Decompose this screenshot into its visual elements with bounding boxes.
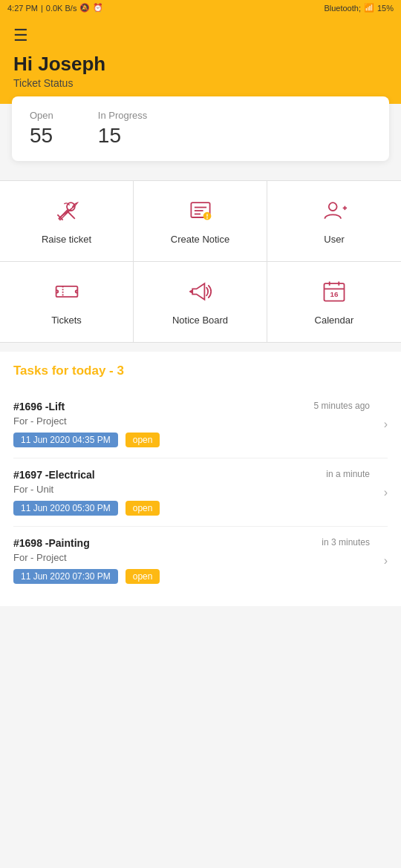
notice-icon	[187, 197, 214, 228]
tasks-count: 3	[117, 364, 124, 378]
calendar-label: Calendar	[315, 315, 354, 326]
bluetooth-icon: Bluetooth;	[324, 4, 361, 13]
task-status-badge-2: open	[125, 569, 160, 584]
svg-point-11	[329, 203, 337, 211]
status-bar: 4:27 PM | 0.0K B/s 🔕 ⏰ Bluetooth; 📶 15%	[0, 0, 401, 16]
task-time-1: in a minute	[326, 469, 370, 479]
task-item[interactable]: #1696 -Lift 5 minutes ago For - Project …	[13, 390, 388, 458]
task-date-badge-0: 11 Jun 2020 04:35 PM	[13, 433, 118, 447]
header: ☰ Hi Joseph Ticket Status	[0, 16, 401, 104]
open-label: Open	[30, 110, 53, 121]
task-status-badge-1: open	[125, 501, 160, 516]
task-meta-2: 11 Jun 2020 07:30 PM open	[13, 569, 388, 584]
tasks-header-text: Tasks for today -	[13, 364, 117, 378]
grid-item-calendar[interactable]: 16 Calendar	[267, 262, 401, 342]
task-time-0: 5 minutes ago	[314, 401, 370, 411]
grid-item-create-notice[interactable]: Create Notice	[134, 181, 267, 262]
inprogress-value: 15	[98, 124, 147, 148]
alarm-icon: ⏰	[93, 3, 103, 13]
inprogress-stat: In Progress 15	[98, 110, 147, 148]
task-meta-0: 11 Jun 2020 04:35 PM open	[13, 433, 388, 447]
tasks-header: Tasks for today - 3	[13, 364, 388, 378]
task-list: #1696 -Lift 5 minutes ago For - Project …	[13, 390, 388, 594]
task-id-0: #1696 -Lift	[13, 401, 65, 412]
task-for-1: For - Unit	[13, 484, 388, 495]
open-stat: Open 55	[30, 110, 53, 148]
task-row-1: #1697 -Electrical in a minute	[13, 469, 388, 481]
tickets-label: Tickets	[51, 315, 82, 326]
task-item[interactable]: #1698 -Painting in 3 minutes For - Proje…	[13, 527, 388, 594]
mute-icon: 🔕	[79, 3, 90, 13]
battery-display: 15%	[377, 4, 394, 13]
grid-item-notice-board[interactable]: Notice Board	[134, 262, 267, 342]
task-meta-1: 11 Jun 2020 05:30 PM open	[13, 501, 388, 516]
task-for-0: For - Project	[13, 415, 388, 427]
create-notice-label: Create Notice	[171, 234, 229, 245]
calendar-icon: 16	[321, 278, 348, 309]
svg-point-10	[206, 217, 208, 219]
grid-item-raise-ticket[interactable]: Raise ticket	[0, 181, 134, 262]
task-item[interactable]: #1697 -Electrical in a minute For - Unit…	[13, 458, 388, 527]
megaphone-icon	[187, 278, 214, 309]
user-add-icon	[321, 197, 348, 228]
time-display: 4:27 PM	[7, 4, 38, 13]
raise-ticket-label: Raise ticket	[42, 234, 91, 245]
task-row-0: #1696 -Lift 5 minutes ago	[13, 401, 388, 412]
network-display: 0.0K B/s	[46, 4, 77, 13]
ticket-status-card: Open 55 In Progress 15	[12, 96, 389, 161]
chevron-right-icon-0: ›	[384, 418, 388, 431]
task-for-2: For - Project	[13, 552, 388, 563]
greeting-text: Hi Joseph	[13, 53, 388, 76]
notice-board-label: Notice Board	[172, 315, 228, 326]
svg-rect-14	[56, 286, 77, 297]
task-date-badge-2: 11 Jun 2020 07:30 PM	[13, 569, 118, 584]
svg-text:16: 16	[330, 290, 339, 298]
grid-menu: Raise ticket Create Notice	[0, 180, 401, 343]
status-right: Bluetooth; 📶 15%	[324, 3, 394, 13]
task-time-2: in 3 minutes	[322, 537, 370, 548]
chevron-right-icon-2: ›	[384, 554, 388, 568]
task-date-badge-1: 11 Jun 2020 05:30 PM	[13, 501, 118, 516]
status-left: 4:27 PM | 0.0K B/s 🔕 ⏰	[7, 3, 103, 13]
task-status-badge-0: open	[125, 433, 160, 447]
network-speed: |	[41, 4, 43, 13]
hamburger-menu[interactable]: ☰	[13, 26, 28, 45]
chevron-right-icon-1: ›	[384, 486, 388, 499]
tasks-section: Tasks for today - 3 #1696 -Lift 5 minute…	[0, 352, 401, 606]
subtitle-text: Ticket Status	[13, 77, 388, 89]
wrench-icon	[53, 197, 80, 228]
signal-icons: 📶	[364, 3, 374, 13]
task-id-2: #1698 -Painting	[13, 537, 90, 549]
ticket-icon	[53, 278, 80, 309]
task-row-2: #1698 -Painting in 3 minutes	[13, 537, 388, 549]
user-label: User	[324, 234, 344, 245]
inprogress-label: In Progress	[98, 110, 147, 121]
open-value: 55	[30, 124, 53, 148]
task-id-1: #1697 -Electrical	[13, 469, 95, 481]
grid-item-tickets[interactable]: Tickets	[0, 262, 134, 342]
grid-item-user[interactable]: User	[267, 181, 401, 262]
